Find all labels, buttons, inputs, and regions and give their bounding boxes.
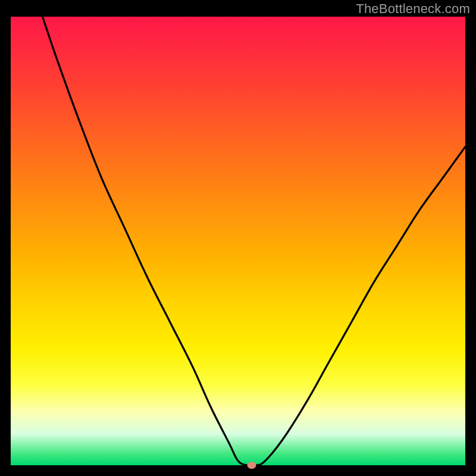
curve-minimum-marker <box>247 462 256 469</box>
watermark-text: TheBottleneck.com <box>356 1 470 17</box>
plot-area <box>11 17 465 465</box>
chart-frame: TheBottleneck.com <box>0 0 476 476</box>
bottleneck-curve <box>11 17 465 465</box>
